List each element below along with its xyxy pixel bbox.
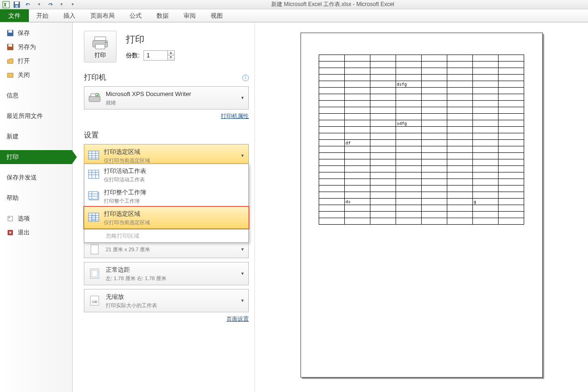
sidebar-item-label: 打开	[18, 57, 30, 65]
quick-access-toolbar: ▼ ▼ ▼	[12, 0, 77, 9]
svg-rect-0	[3, 1, 9, 8]
svg-point-15	[105, 42, 107, 43]
sidebar-item-label: 最近所用文件	[7, 112, 43, 120]
table-selection-icon	[88, 213, 99, 223]
folder-open-icon	[7, 57, 14, 65]
preview-page: dsfgsdfgdfdsg	[301, 33, 543, 378]
option-sub: 打印整个工作簿	[104, 197, 245, 205]
save-icon	[7, 29, 14, 37]
redo-dropdown-icon[interactable]: ▼	[57, 0, 66, 9]
qat-customize-icon[interactable]: ▼	[68, 0, 77, 9]
scaling-icon: 100	[88, 295, 101, 306]
tab-view[interactable]: 视图	[203, 9, 230, 22]
sidebar-saveas[interactable]: 另存为	[0, 40, 72, 54]
saveas-icon	[7, 43, 14, 51]
tab-page-layout[interactable]: 页面布局	[83, 9, 122, 22]
tab-review[interactable]: 审阅	[176, 9, 203, 22]
tab-file[interactable]: 文件	[0, 9, 29, 22]
chevron-down-icon: ▼	[240, 298, 245, 303]
copies-up-icon[interactable]: ▲	[168, 51, 174, 55]
backstage-sidebar: 保存 另存为 打开 关闭 信息 最近所用文件 新建 打印 保存并发送	[0, 22, 73, 392]
printer-device-icon	[88, 92, 101, 103]
tab-home[interactable]: 开始	[29, 9, 56, 22]
print-button-label: 打印	[86, 51, 114, 59]
exit-icon	[7, 229, 14, 236]
option-sub: 仅打印活动工作表	[104, 176, 245, 184]
svg-text:100: 100	[92, 300, 97, 303]
chevron-down-icon: ▼	[240, 247, 245, 252]
sidebar-saveandsend[interactable]: 保存并发送	[0, 171, 72, 185]
info-icon[interactable]: i	[242, 75, 249, 81]
print-range-sub: 仅打印当前选定区域	[104, 157, 236, 165]
sidebar-item-label: 新建	[7, 132, 19, 141]
svg-rect-2	[15, 2, 19, 4]
sidebar-exit[interactable]: 退出	[0, 226, 72, 240]
undo-dropdown-icon[interactable]: ▼	[34, 0, 44, 9]
preview-table: dsfgsdfgdfdsg	[319, 55, 524, 225]
svg-rect-14	[96, 44, 105, 49]
table-stack-icon	[88, 191, 99, 202]
svg-rect-8	[7, 73, 13, 77]
svg-rect-41	[92, 215, 96, 220]
scaling-dropdown[interactable]: 100 无缩放 打印实际大小的工作表 ▼	[84, 289, 249, 312]
page-icon	[88, 244, 101, 255]
print-preview-pane: dsfgsdfgdfdsg	[254, 22, 588, 392]
table-icon	[88, 151, 99, 161]
print-range-option-selection[interactable]: 打印选定区域 仅打印当前选定区域	[84, 206, 249, 229]
window-title: 新建 Microsoft Excel 工作表.xlsx - Microsoft …	[77, 0, 588, 8]
sidebar-item-label: 关闭	[18, 71, 30, 79]
title-bar: ▼ ▼ ▼ 新建 Microsoft Excel 工作表.xlsx - Micr…	[0, 0, 588, 9]
save-icon[interactable]	[12, 0, 21, 9]
copies-label: 份数:	[126, 51, 140, 60]
sidebar-options[interactable]: 选项	[0, 212, 72, 226]
option-sub: 仅打印当前选定区域	[104, 219, 245, 227]
print-range-option-workbook[interactable]: 打印整个工作簿 打印整个工作簿	[84, 186, 248, 207]
undo-icon[interactable]	[23, 0, 33, 9]
sidebar-new[interactable]: 新建	[0, 130, 72, 144]
margins-dropdown[interactable]: 正常边距 左: 1.78 厘米 右: 1.78 厘米 ▼	[84, 262, 249, 285]
redo-icon[interactable]	[46, 0, 55, 9]
copies-down-icon[interactable]: ▼	[168, 55, 174, 60]
printer-status: 就绪	[106, 99, 236, 107]
chevron-down-icon: ▼	[240, 153, 245, 158]
table-icon	[88, 170, 99, 180]
print-range-title: 打印选定区域	[104, 147, 236, 157]
options-icon	[7, 215, 14, 222]
sidebar-recent[interactable]: 最近所用文件	[0, 109, 72, 123]
printer-properties-link[interactable]: 打印机属性	[84, 112, 249, 120]
printer-section-header: 打印机	[84, 73, 106, 83]
sidebar-item-label: 退出	[18, 228, 30, 237]
tab-formulas[interactable]: 公式	[122, 9, 149, 22]
tab-insert[interactable]: 插入	[56, 9, 83, 22]
svg-rect-5	[8, 30, 12, 33]
print-range-option-active-sheets[interactable]: 打印活动工作表 仅打印活动工作表	[84, 164, 248, 186]
sidebar-item-label: 另存为	[18, 43, 36, 51]
margins-icon	[88, 268, 101, 279]
tab-data[interactable]: 数据	[149, 9, 176, 22]
svg-rect-9	[8, 216, 13, 221]
svg-rect-3	[15, 5, 18, 7]
printer-name: Microsoft XPS Document Writer	[106, 89, 236, 99]
print-button[interactable]: 打印	[84, 31, 116, 62]
sidebar-open[interactable]: 打开	[0, 54, 72, 68]
print-title: 打印	[126, 33, 249, 46]
copies-spinner[interactable]: ▲ ▼	[144, 50, 175, 61]
margins-sub: 左: 1.78 厘米 右: 1.78 厘米	[106, 275, 236, 282]
margins-title: 正常边距	[106, 265, 236, 275]
sidebar-save[interactable]: 保存	[0, 26, 72, 40]
scaling-sub: 打印实际大小的工作表	[106, 302, 236, 309]
page-setup-link[interactable]: 页面设置	[84, 315, 249, 323]
sidebar-item-label: 打印	[7, 153, 19, 161]
settings-section-header: 设置	[84, 131, 99, 140]
paper-size-dropdown[interactable]: 21 厘米 x 29.7 厘米 ▼	[84, 241, 249, 258]
sidebar-print[interactable]: 打印	[0, 150, 72, 164]
sidebar-item-label: 信息	[7, 91, 19, 100]
svg-rect-42	[91, 245, 98, 254]
svg-rect-12	[95, 37, 106, 41]
paper-size-text: 21 厘米 x 29.7 厘米	[106, 246, 236, 254]
sidebar-close[interactable]: 关闭	[0, 68, 72, 82]
copies-input[interactable]	[144, 51, 167, 60]
printer-dropdown[interactable]: Microsoft XPS Document Writer 就绪 ▼	[84, 86, 249, 110]
sidebar-info[interactable]: 信息	[0, 89, 72, 103]
sidebar-help[interactable]: 帮助	[0, 191, 72, 205]
